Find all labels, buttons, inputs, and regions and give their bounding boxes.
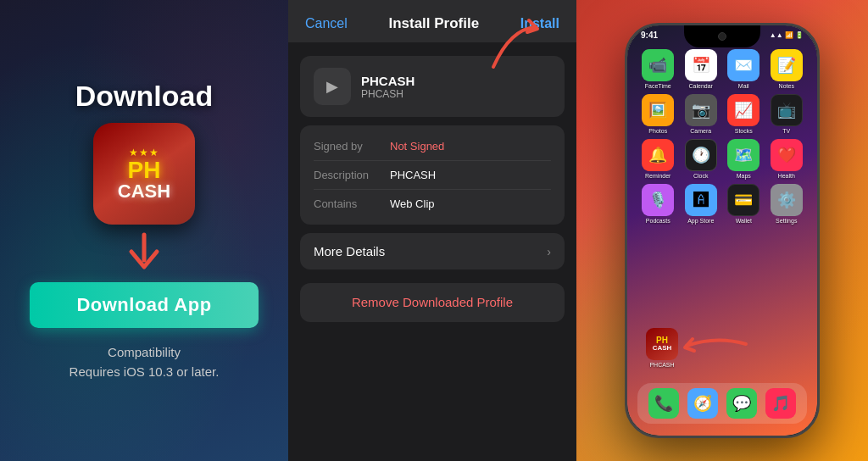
status-time: 9:41 (641, 31, 658, 40)
contains-row: Contains Web Clip (314, 193, 551, 214)
contains-value: Web Clip (390, 197, 435, 210)
profile-name: PHCASH (361, 74, 415, 88)
clock-icon: 🕐 (685, 139, 717, 171)
profile-card: ▶ PHCASH PHCASH (300, 56, 565, 117)
arrow-down-icon (123, 231, 165, 277)
compat-text: CompatibilityCompatibility Requires iOS … (70, 343, 220, 381)
list-item[interactable]: 💳 Wallet (725, 184, 763, 224)
panel-download: Download ★★★ PH CASH Download App Compat… (0, 0, 288, 461)
more-details-label: More Details (314, 244, 385, 258)
list-item[interactable]: 📺 TV (768, 94, 806, 134)
phcash-cash-text: CASH (653, 345, 672, 352)
list-item[interactable]: 📷 Camera (682, 94, 721, 134)
list-item[interactable]: 📈 Stocks (725, 94, 763, 134)
camera-icon: 📷 (685, 94, 717, 126)
list-item[interactable]: 🕐 Clock (682, 139, 721, 179)
settings-icon: ⚙️ (771, 184, 803, 216)
panel-iphone: 9:41 ▲▲ 📶 🔋 📹 FaceTime 📅 Calendar ✉️ Mai… (576, 0, 868, 461)
status-icons: ▲▲ 📶 🔋 (770, 31, 804, 39)
list-item[interactable]: ✉️ Mail (725, 49, 763, 89)
phcash-app-icon[interactable]: PH CASH PHCASH (646, 328, 678, 368)
chevron-right-icon: › (547, 245, 551, 258)
description-label: Description (314, 169, 390, 181)
list-item[interactable]: 🎙️ Podcasts (639, 184, 677, 224)
profile-details: Signed by Not Signed Description PHCASH … (300, 125, 565, 225)
appstore-icon: 🅰 (685, 184, 717, 216)
signed-by-row: Signed by Not Signed (314, 136, 551, 157)
maps-icon: 🗺️ (727, 139, 760, 171)
music-dock-icon[interactable]: 🎵 (765, 388, 796, 419)
health-icon: ❤️ (771, 139, 803, 171)
list-item[interactable]: 🖼️ Photos (639, 94, 677, 134)
list-item[interactable]: 📹 FaceTime (639, 49, 677, 89)
tv-icon: 📺 (771, 94, 803, 126)
podcasts-icon: 🎙️ (642, 184, 674, 216)
download-title: Download (75, 80, 213, 113)
phcash-label: PHCASH (649, 362, 674, 368)
iphone-frame: 9:41 ▲▲ 📶 🔋 📹 FaceTime 📅 Calendar ✉️ Mai… (625, 23, 820, 438)
signed-by-value: Not Signed (390, 140, 444, 153)
wallet-icon: 💳 (727, 184, 760, 216)
signed-by-label: Signed by (314, 140, 390, 153)
install-profile-title: Install Profile (388, 15, 479, 32)
install-button[interactable]: Install (520, 16, 559, 31)
app-grid: 📹 FaceTime 📅 Calendar ✉️ Mail 📝 Notes 🖼️… (636, 46, 809, 227)
download-app-button[interactable]: Download App (30, 282, 258, 328)
profile-app-icon: ▶ (314, 68, 351, 105)
messages-dock-icon[interactable]: 💬 (726, 388, 757, 419)
reminder-icon: 🔔 (642, 139, 674, 171)
description-value: PHCASH (390, 169, 436, 181)
facetime-icon: 📹 (642, 49, 674, 81)
iphone-dock: 📞 🧭 💬 🎵 (637, 383, 807, 424)
safari-dock-icon[interactable]: 🧭 (687, 388, 718, 419)
more-details-button[interactable]: More Details › (300, 233, 565, 269)
front-camera-icon (718, 32, 726, 41)
app-icon: ★★★ PH CASH (93, 123, 195, 225)
cancel-button[interactable]: Cancel (305, 16, 348, 31)
list-item[interactable]: ⚙️ Settings (768, 184, 806, 224)
list-item[interactable]: 📝 Notes (768, 49, 806, 89)
install-topbar: Cancel Install Profile Install (288, 0, 576, 42)
contains-label: Contains (314, 197, 390, 210)
calendar-icon: 📅 (685, 49, 717, 81)
phone-dock-icon[interactable]: 📞 (648, 388, 679, 419)
list-item[interactable]: 🗺️ Maps (725, 139, 763, 179)
photos-icon: 🖼️ (642, 94, 674, 126)
profile-sub: PHCASH (361, 88, 415, 100)
list-item[interactable]: 🔔 Reminder (639, 139, 677, 179)
remove-profile-button[interactable]: Remove Downloaded Profile (300, 283, 565, 322)
list-item[interactable]: ❤️ Health (768, 139, 806, 179)
iphone-notch (684, 25, 760, 47)
list-item[interactable]: 📅 Calendar (682, 49, 721, 89)
description-row: Description PHCASH (314, 164, 551, 186)
mail-icon: ✉️ (727, 49, 760, 81)
remove-profile-label: Remove Downloaded Profile (352, 295, 513, 309)
panel-install-profile: Cancel Install Profile Install ▶ PHCASH … (288, 0, 576, 461)
stocks-icon: 📈 (727, 94, 760, 126)
list-item[interactable]: 🅰 App Store (682, 184, 721, 224)
notes-icon: 📝 (771, 49, 803, 81)
